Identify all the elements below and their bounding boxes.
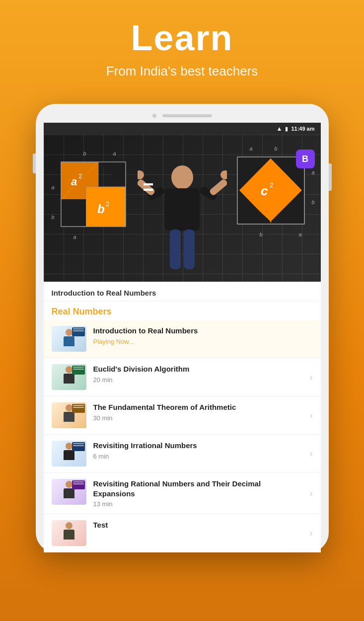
- section-title: Real Numbers: [44, 302, 321, 320]
- video-area[interactable]: ▲ ▮ 11:49 am B: [44, 123, 321, 282]
- lesson-title: Euclid's Division Algorithm: [93, 364, 303, 374]
- svg-text:2: 2: [270, 181, 273, 189]
- byju-logo: B: [296, 150, 315, 168]
- phone-top-bar: [44, 114, 321, 118]
- phone-button-right: [329, 163, 332, 191]
- chevron-right-icon: ›: [310, 410, 313, 421]
- svg-text:2: 2: [106, 200, 109, 208]
- content-breadcrumb: Introduction to Real Numbers: [44, 282, 321, 302]
- battery-icon: ▮: [285, 126, 288, 132]
- chevron-right-icon: ›: [310, 528, 313, 539]
- status-bar: ▲ ▮ 11:49 am: [44, 123, 321, 135]
- video-content: B b a a: [44, 135, 321, 282]
- phone-mockup: ▲ ▮ 11:49 am B: [36, 104, 329, 552]
- svg-point-0: [171, 165, 193, 189]
- lesson-thumbnail: [52, 402, 86, 428]
- lesson-thumbnail: [52, 441, 86, 466]
- lesson-info: Test: [93, 520, 303, 532]
- lesson-item[interactable]: Test ›: [44, 514, 321, 552]
- svg-rect-9: [184, 230, 195, 269]
- svg-text:b: b: [97, 202, 105, 216]
- lesson-item[interactable]: Revisiting Rational Numbers and Their De…: [44, 473, 321, 514]
- svg-text:a: a: [71, 175, 77, 188]
- lesson-title: The Fundamental Theorem of Arithmetic: [93, 402, 303, 412]
- lesson-thumbnail: [52, 479, 86, 505]
- lesson-title: Introduction to Real Numbers: [93, 326, 313, 336]
- svg-text:2: 2: [78, 172, 82, 180]
- chevron-right-icon: ›: [310, 372, 313, 383]
- lesson-thumbnail: [52, 364, 86, 390]
- phone-button-left: [33, 154, 36, 173]
- equals-sign: =: [143, 177, 154, 198]
- lesson-info: Introduction to Real Numbers Playing Now…: [93, 326, 313, 345]
- lesson-info: Revisiting Rational Numbers and Their De…: [93, 479, 303, 508]
- lesson-duration: 30 min: [93, 414, 303, 422]
- wifi-icon: ▲: [277, 125, 283, 132]
- teacher-figure: [138, 148, 227, 282]
- header-section: Learn From India's best teachers: [0, 0, 364, 89]
- phone-camera: [152, 114, 156, 118]
- svg-text:c: c: [261, 183, 268, 198]
- lesson-item[interactable]: Revisiting Irrational Numbers 6 min ›: [44, 435, 321, 473]
- svg-point-7: [220, 170, 227, 179]
- lesson-item[interactable]: Euclid's Division Algorithm 20 min ›: [44, 358, 321, 396]
- svg-marker-19: [61, 199, 86, 227]
- lesson-duration: 6 min: [93, 453, 303, 460]
- lesson-info: Revisiting Irrational Numbers 6 min: [93, 441, 303, 460]
- lesson-title: Test: [93, 520, 303, 530]
- chevron-right-icon: ›: [310, 449, 313, 459]
- lesson-item[interactable]: Introduction to Real Numbers Playing Now…: [44, 320, 321, 358]
- svg-rect-1: [165, 188, 200, 231]
- content-area: Introduction to Real Numbers Real Number…: [44, 282, 321, 552]
- phone-speaker: [162, 114, 212, 117]
- chevron-right-icon: ›: [310, 488, 313, 499]
- lesson-status: Playing Now...: [93, 338, 313, 345]
- lesson-item[interactable]: The Fundamental Theorem of Arithmetic 30…: [44, 396, 321, 435]
- lesson-info: The Fundamental Theorem of Arithmetic 30…: [93, 402, 303, 422]
- svg-rect-8: [170, 230, 181, 269]
- lesson-thumbnail: [52, 520, 86, 546]
- math-block-a2: b a a b a a 2 b 2: [59, 159, 128, 231]
- svg-marker-18: [98, 162, 126, 187]
- status-time: 11:49 am: [291, 126, 314, 132]
- lesson-duration: 20 min: [93, 376, 303, 384]
- lesson-info: Euclid's Division Algorithm 20 min: [93, 364, 303, 384]
- lesson-list: Introduction to Real Numbers Playing Now…: [44, 320, 321, 552]
- lesson-title: Revisiting Rational Numbers and Their De…: [93, 479, 303, 498]
- page-subtitle: From India's best teachers: [106, 64, 258, 79]
- lesson-title: Revisiting Irrational Numbers: [93, 441, 303, 451]
- svg-rect-5: [209, 178, 227, 196]
- lesson-duration: 13 min: [93, 500, 303, 508]
- page-title: Learn: [131, 20, 233, 56]
- lesson-thumbnail: [52, 326, 86, 352]
